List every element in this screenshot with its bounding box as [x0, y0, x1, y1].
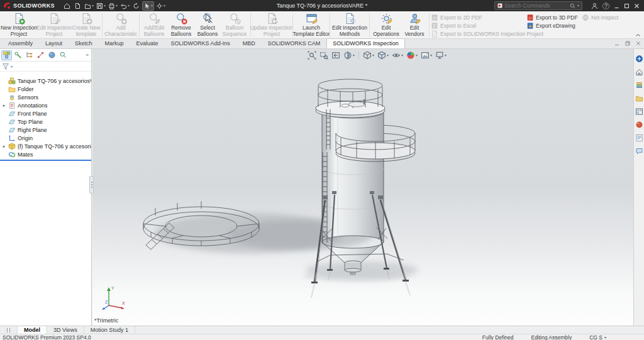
dropdown-caret[interactable]: ▾ [430, 53, 432, 57]
tab-solidworks-cam[interactable]: SOLIDWORKS CAM [262, 38, 327, 48]
doc-restore-icon[interactable] [625, 41, 630, 46]
options-gear-icon[interactable]: ▾ [155, 1, 166, 11]
home-icon[interactable] [635, 68, 643, 76]
dropdown-caret[interactable]: ▾ [151, 4, 153, 8]
sign-in-icon[interactable] [591, 3, 598, 9]
tree-item-root[interactable]: Tanque TQ-706 y accesoriosVARE (D [0, 77, 91, 85]
custom-properties-icon[interactable] [635, 134, 643, 142]
dropdown-caret[interactable]: ▾ [387, 53, 389, 57]
appearances-icon[interactable] [635, 121, 643, 129]
tree-item-mates[interactable]: Mates [0, 150, 91, 158]
file-explorer-icon[interactable] [635, 94, 643, 102]
units-caret-icon[interactable]: ▾ [604, 336, 606, 339]
tab-solidworks-add-ins[interactable]: SOLIDWORKS Add-Ins [165, 38, 236, 48]
edit-operations-button[interactable]: EditOperations [371, 12, 401, 38]
collapse-ribbon-icon[interactable] [635, 33, 641, 37]
tab-splitter-grip[interactable] [0, 326, 18, 334]
dropdown-caret[interactable]: ▾ [128, 4, 130, 8]
launch-template-editor-button[interactable]: LaunchTemplate Editor [294, 12, 328, 38]
search-commands-box[interactable]: ▾ [494, 1, 582, 10]
maximize-window-icon[interactable] [624, 3, 630, 9]
doc-minimize-icon[interactable] [614, 41, 619, 46]
previous-view-icon[interactable] [331, 50, 341, 60]
view-orientation-icon[interactable]: ▾ [362, 50, 375, 60]
dropdown-caret[interactable]: ▾ [445, 53, 447, 57]
tab-model[interactable]: Model [18, 326, 47, 334]
tree-filter-row[interactable]: ▾ [0, 62, 91, 72]
edit-vendors-button[interactable]: EditVendors [401, 12, 428, 38]
apply-scene-icon[interactable]: ▾ [420, 50, 433, 60]
graphics-area[interactable]: ▾ ▾ ▾ ▾ ▾ ▾ ▾ Y X Z *Trimetric [92, 49, 633, 326]
view-settings-icon[interactable]: ▾ [435, 50, 447, 60]
save-icon[interactable]: ▾ [96, 1, 106, 11]
solidworks-resources-icon[interactable] [635, 55, 643, 63]
tree-item-origin[interactable]: Origin [0, 134, 91, 142]
print-icon[interactable]: ▾ [108, 1, 118, 11]
tab-assembly[interactable]: Assembly [2, 38, 39, 48]
edit-appearance-icon[interactable]: ▾ [406, 50, 418, 60]
dimxpert-manager-tab-icon[interactable] [35, 50, 46, 60]
dropdown-caret[interactable]: ▾ [416, 53, 418, 57]
units-selector[interactable]: CG S ▾ [589, 334, 606, 340]
tab-sketch[interactable]: Sketch [69, 38, 99, 48]
tree-item-sensors[interactable]: Sensors [0, 93, 91, 101]
export-edrawing-button[interactable]: Export eDrawing [526, 22, 575, 30]
hide-show-items-icon[interactable]: ▾ [391, 50, 404, 60]
open-icon[interactable]: ▾ [84, 1, 94, 11]
dropdown-caret[interactable]: ▾ [116, 4, 118, 8]
tab-layout[interactable]: Layout [39, 38, 69, 48]
panel-splitter[interactable] [89, 176, 94, 194]
help-icon[interactable]: ? [602, 3, 609, 9]
close-window-icon[interactable] [634, 3, 640, 9]
tab-solidworks-inspection[interactable]: SOLIDWORKS Inspection [326, 38, 405, 48]
dropdown-caret[interactable]: ▾ [164, 4, 165, 8]
tab-evaluate[interactable]: Evaluate [130, 38, 165, 48]
design-library-icon[interactable] [635, 81, 643, 89]
zoom-to-area-icon[interactable] [319, 50, 329, 60]
dropdown-caret[interactable]: ▾ [372, 53, 374, 57]
filter-caret-icon[interactable]: ▾ [11, 65, 13, 69]
expand-arrow-icon[interactable]: ▸ [2, 144, 6, 149]
dropdown-caret[interactable]: ▾ [401, 53, 403, 57]
dropdown-caret[interactable]: ▾ [353, 53, 355, 57]
search-caret-icon[interactable]: ▾ [577, 4, 579, 8]
tree-item-front-plane[interactable]: Front Plane [0, 109, 91, 118]
tree-item-right-plane[interactable]: Right Plane [0, 126, 91, 134]
dropdown-caret[interactable]: ▾ [104, 4, 106, 8]
tree-item-part[interactable]: ▸ (f) Tanque TQ-706 y accesoriosVA [0, 142, 91, 150]
select-tool-icon[interactable]: ▾ [142, 1, 154, 11]
new-document-icon[interactable] [73, 1, 82, 11]
undo-icon[interactable]: ▾ [119, 1, 130, 11]
configuration-manager-tab-icon[interactable] [24, 50, 35, 60]
tab-markup[interactable]: Markup [99, 38, 130, 48]
tree-item-top-plane[interactable]: Top Plane [0, 118, 91, 126]
display-manager-tab-icon[interactable] [47, 50, 57, 60]
panel-tabs-overflow-icon[interactable]: » [86, 52, 90, 58]
search-input[interactable] [504, 3, 568, 9]
edit-inspection-methods-button[interactable]: Edit InspectionMethods [331, 12, 368, 38]
remove-balloons-button[interactable]: RemoveBalloons [167, 12, 195, 38]
new-inspection-project-button[interactable]: New InspectionProject [1, 12, 36, 38]
rebuild-icon[interactable] [131, 1, 141, 11]
view-palette-icon[interactable] [635, 107, 643, 116]
doc-close-icon[interactable] [636, 41, 641, 46]
home-icon[interactable] [62, 1, 72, 11]
expand-arrow-icon[interactable]: ▸ [2, 103, 6, 108]
section-view-icon[interactable]: ▾ [343, 50, 355, 60]
rollback-bar[interactable] [0, 160, 91, 161]
tab-3d-views[interactable]: 3D Views [47, 326, 84, 334]
dropdown-caret[interactable]: ▾ [92, 4, 94, 8]
model-3d-view[interactable] [92, 49, 633, 326]
forum-icon[interactable] [635, 147, 643, 155]
tree-item-annotations[interactable]: ▸ Annotations [0, 101, 91, 109]
property-manager-tab-icon[interactable] [13, 50, 23, 60]
tab-motion-study-1[interactable]: Motion Study 1 [84, 326, 135, 334]
export-3d-pdf-button[interactable]: Export to 3D PDF [526, 14, 578, 21]
tab-mbd[interactable]: MBD [236, 38, 262, 48]
zoom-to-fit-icon[interactable] [307, 50, 317, 60]
feature-manager-tab-icon[interactable] [1, 50, 12, 60]
minimize-window-icon[interactable] [614, 3, 619, 9]
display-style-icon[interactable]: ▾ [377, 50, 389, 60]
tree-item-folder[interactable]: Folder [0, 85, 91, 93]
inspection-manager-tab-icon[interactable] [58, 50, 69, 60]
